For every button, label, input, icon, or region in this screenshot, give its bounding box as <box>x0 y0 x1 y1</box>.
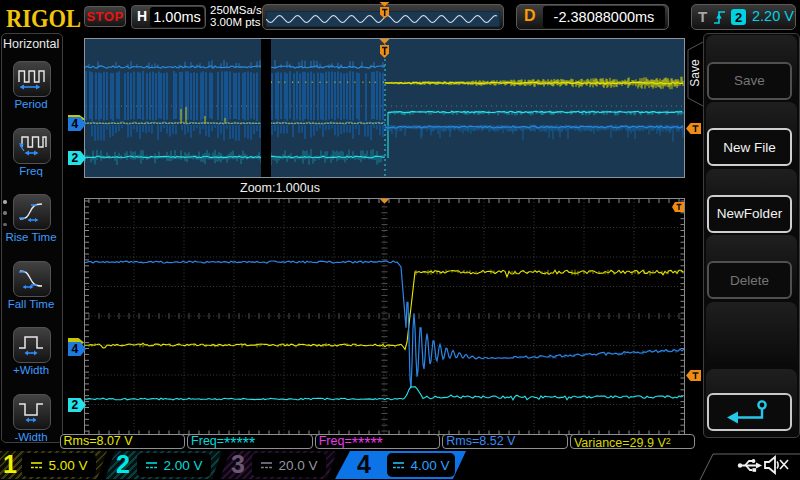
svg-text:4: 4 <box>71 342 78 356</box>
svg-text:4: 4 <box>71 117 78 131</box>
svg-text:2: 2 <box>71 398 78 412</box>
svg-text:2: 2 <box>71 151 78 165</box>
